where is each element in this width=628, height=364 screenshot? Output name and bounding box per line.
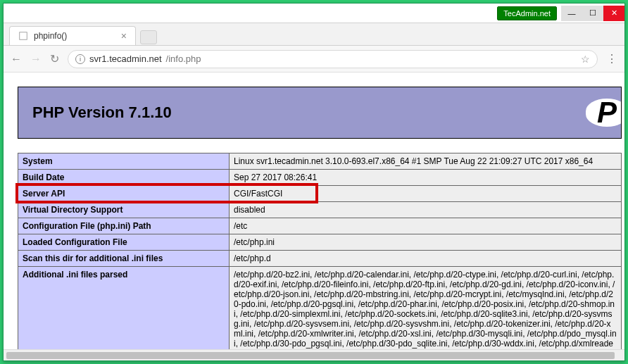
- config-key: Scan this dir for additional .ini files: [18, 251, 230, 267]
- config-key: Additional .ini files parsed: [18, 267, 230, 350]
- reload-button[interactable]: ↻: [50, 52, 59, 65]
- config-value: disabled: [230, 202, 622, 218]
- close-button[interactable]: ✕: [603, 6, 624, 21]
- maximize-button[interactable]: ☐: [582, 6, 603, 21]
- tab-title: phpinfo(): [34, 31, 67, 41]
- config-key: Virtual Directory Support: [18, 202, 230, 218]
- minimize-button[interactable]: —: [561, 6, 582, 21]
- config-key: Loaded Configuration File: [18, 234, 230, 251]
- table-row: SystemLinux svr1.tecadmin.net 3.10.0-693…: [18, 153, 622, 170]
- browser-window: TecAdmin.net — ☐ ✕ phpinfo() × ← → ↻ i s…: [3, 3, 625, 361]
- config-key: Server API: [18, 186, 230, 202]
- config-value: /etc: [230, 218, 622, 234]
- tab-close-icon[interactable]: ×: [121, 30, 127, 42]
- config-value: Linux svr1.tecadmin.net 3.10.0-693.el7.x…: [230, 153, 622, 170]
- window-titlebar: TecAdmin.net — ☐ ✕: [4, 4, 624, 23]
- url-input[interactable]: i svr1.tecadmin.net/info.php ☆: [68, 50, 598, 68]
- table-row: Scan this dir for additional .ini files/…: [18, 251, 622, 267]
- tab-bar: phpinfo() ×: [4, 23, 624, 46]
- table-row: Loaded Configuration File/etc/php.ini: [18, 234, 622, 251]
- site-info-icon[interactable]: i: [75, 54, 85, 64]
- table-row: Virtual Directory Supportdisabled: [18, 202, 622, 218]
- menu-icon[interactable]: ⋮: [606, 52, 617, 65]
- config-value: CGI/FastCGI: [230, 186, 622, 202]
- window-title-badge: TecAdmin.net: [497, 6, 557, 20]
- svg-rect-0: [20, 32, 27, 40]
- config-value: /etc/php.d: [230, 251, 622, 267]
- address-bar: ← → ↻ i svr1.tecadmin.net/info.php ☆ ⋮: [4, 46, 624, 73]
- new-tab-button[interactable]: [140, 30, 157, 44]
- table-row: Build DateSep 27 2017 08:26:41: [18, 170, 622, 186]
- config-value: /etc/php.ini: [230, 234, 622, 251]
- table-row: Additional .ini files parsed/etc/php.d/2…: [18, 267, 622, 350]
- table-row: Server APICGI/FastCGI: [18, 186, 622, 202]
- scrollbar-thumb[interactable]: [6, 352, 615, 359]
- window-controls: — ☐ ✕: [561, 6, 624, 21]
- table-row: Configuration File (php.ini) Path/etc: [18, 218, 622, 234]
- config-key: Build Date: [18, 170, 230, 186]
- config-key: Configuration File (php.ini) Path: [18, 218, 230, 234]
- config-value: /etc/php.d/20-bz2.ini, /etc/php.d/20-cal…: [230, 267, 622, 350]
- php-version-title: PHP Version 7.1.10: [32, 103, 172, 122]
- browser-tab[interactable]: phpinfo() ×: [9, 26, 136, 45]
- horizontal-scrollbar[interactable]: [4, 349, 624, 360]
- tab-favicon: [18, 31, 28, 41]
- phpinfo-header: PHP Version 7.1.10 P: [18, 87, 622, 139]
- phpinfo-table: SystemLinux svr1.tecadmin.net 3.10.0-693…: [18, 153, 622, 349]
- php-logo: P: [586, 99, 622, 127]
- page-content[interactable]: PHP Version 7.1.10 P SystemLinux svr1.te…: [4, 73, 624, 349]
- url-path: /info.php: [166, 54, 201, 64]
- bookmark-icon[interactable]: ☆: [581, 54, 590, 65]
- back-button[interactable]: ←: [11, 53, 22, 65]
- config-key: System: [18, 153, 230, 170]
- forward-button[interactable]: →: [30, 53, 42, 65]
- url-host: svr1.tecadmin.net: [89, 54, 162, 64]
- config-value: Sep 27 2017 08:26:41: [230, 170, 622, 186]
